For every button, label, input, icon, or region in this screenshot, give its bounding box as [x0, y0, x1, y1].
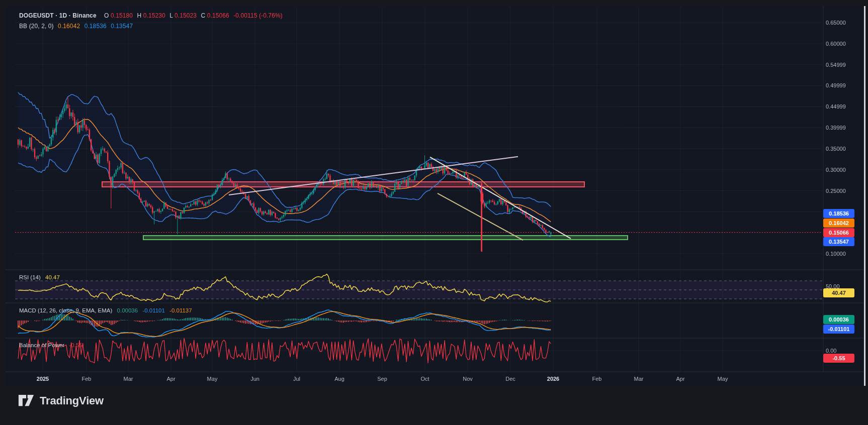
rsi-label: RSI (14)	[19, 274, 41, 280]
time-axis-label: Feb	[82, 375, 92, 382]
bb-indicator-header[interactable]: BB (20, 2, 0) 0.16042 0.18536 0.13547	[19, 23, 135, 30]
macd-line-value: -0.01101	[142, 307, 165, 313]
bb-upper-value: 0.18536	[84, 23, 107, 30]
price-badge: 0.13547	[823, 237, 854, 246]
bop-axis-label: 0.00	[826, 347, 836, 354]
bb-basis-value: 0.16042	[58, 23, 80, 30]
price-axis-label: 0.65000	[826, 19, 846, 26]
macd-label: MACD (12, 26, close, 9, EMA, EMA)	[19, 307, 112, 313]
high-value: 0.15230	[143, 12, 165, 19]
time-axis-label: May	[207, 375, 218, 382]
price-axis-label: 0.35000	[826, 145, 846, 152]
time-axis-label: Oct	[420, 375, 429, 382]
price-badge: 0.16042	[823, 219, 854, 228]
price-badge: 0.15066	[823, 228, 854, 237]
price-axis[interactable]: 0.650000.600000.549990.499990.449990.399…	[823, 6, 868, 372]
time-axis-label: 2025	[37, 375, 49, 382]
price-chart-canvas[interactable]	[0, 0, 868, 425]
price-axis-label: 0.10000	[826, 250, 846, 257]
tradingview-logo-text: TradingView	[40, 394, 104, 407]
bb-lower-value: 0.13547	[111, 23, 133, 30]
time-axis-label: Apr	[166, 375, 175, 382]
rsi-pane-header[interactable]: RSI (14) 40.47	[19, 274, 63, 280]
time-axis-label: Jul	[293, 375, 300, 382]
price-axis-label: 0.44999	[826, 103, 846, 110]
close-label: C	[201, 12, 206, 19]
low-value: 0.15023	[175, 12, 197, 19]
open-label: O	[104, 12, 109, 19]
time-axis-label: Nov	[463, 375, 473, 382]
bb-label: BB (20, 2, 0)	[19, 23, 54, 30]
rsi-badge: 40.47	[823, 288, 854, 297]
macd-badge: -0.01101	[823, 325, 854, 334]
time-axis-label: Mar	[124, 375, 133, 382]
pane-resize-handle-rsi[interactable]	[5, 269, 863, 271]
low-label: L	[169, 12, 172, 19]
time-axis-label: Aug	[334, 375, 344, 382]
change-value: -0.00115 (-0.76%)	[233, 12, 283, 19]
price-axis-label: 0.30000	[826, 166, 846, 173]
pane-resize-handle-bop[interactable]	[5, 337, 863, 340]
close-value: 0.15066	[207, 12, 229, 19]
bop-value: -0.55	[69, 342, 82, 348]
time-axis-label: 2026	[547, 375, 559, 382]
macd-signal-value: -0.01137	[169, 307, 192, 313]
price-badge: 0.18536	[823, 209, 854, 218]
tradingview-logo[interactable]: TradingView	[18, 394, 104, 407]
macd-hist-value: 0.00036	[117, 307, 138, 313]
symbol-header: DOGEUSDT · 1D · Binance O 0.15180 H 0.15…	[19, 12, 285, 19]
open-value: 0.15180	[111, 12, 133, 19]
time-axis-label: Jun	[250, 375, 259, 382]
rsi-value: 40.47	[45, 274, 60, 280]
time-axis-label: Sep	[377, 375, 387, 382]
time-axis-label: Mar	[634, 375, 644, 382]
pane-resize-handle-macd[interactable]	[5, 302, 863, 304]
bop-badge: -0.55	[823, 354, 854, 363]
price-axis-label: 0.49999	[826, 82, 846, 89]
high-label: H	[137, 12, 141, 19]
time-axis-label: Dec	[505, 375, 515, 382]
tradingview-logo-icon	[18, 394, 34, 407]
time-axis-label: Feb	[592, 375, 602, 382]
time-axis-label: May	[718, 375, 728, 382]
bop-pane-header[interactable]: Balance of Power -0.55	[19, 342, 85, 348]
time-axis-label: Apr	[676, 375, 684, 382]
bop-label: Balance of Power	[19, 342, 64, 348]
tradingview-chart-window: DOGEUSDT · 1D · Binance O 0.15180 H 0.15…	[0, 0, 868, 425]
price-axis-label: 0.60000	[826, 40, 846, 47]
time-axis[interactable]: 2025FebMarAprMayJunJulAugSepOctNovDec202…	[5, 372, 863, 386]
symbol-title[interactable]: DOGEUSDT · 1D · Binance	[19, 12, 97, 19]
price-axis-label: 0.25000	[826, 187, 846, 194]
price-axis-label: 0.39999	[826, 124, 846, 131]
macd-pane-header[interactable]: MACD (12, 26, close, 9, EMA, EMA) 0.0003…	[19, 307, 195, 313]
macd-badge: 0.00036	[823, 315, 854, 324]
price-axis-label: 0.54999	[826, 61, 846, 68]
